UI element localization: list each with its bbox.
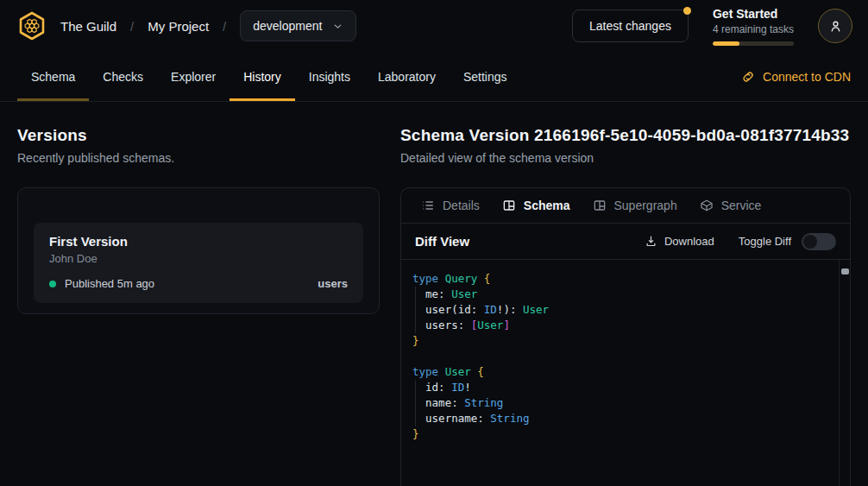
download-label: Download: [664, 235, 714, 248]
breadcrumb-separator: /: [223, 19, 226, 34]
connect-to-cdn-link[interactable]: Connect to CDN: [741, 52, 851, 101]
panels-icon: [593, 199, 607, 212]
version-status-row: Published 5m ago users: [49, 277, 348, 290]
tab-schema[interactable]: Schema: [17, 52, 89, 101]
connect-to-cdn-label: Connect to CDN: [763, 70, 851, 84]
header-right: Latest changes Get Started 4 remaining t…: [572, 7, 852, 46]
panels-icon: [502, 199, 516, 212]
app-root: The Guild / My Project / development Lat…: [0, 0, 868, 486]
tab-insights[interactable]: Insights: [295, 52, 364, 101]
diff-toolbar: Diff View Download T: [401, 224, 850, 260]
tab-supergraph-label: Supergraph: [614, 199, 677, 212]
scrollbar-thumb[interactable]: [841, 268, 849, 275]
breadcrumb: The Guild / My Project / development: [60, 10, 356, 41]
code-block: type Query { me: User user(id: ID!): Use…: [412, 271, 827, 442]
diff-actions: Download Toggle Diff: [645, 233, 836, 250]
tab-explorer[interactable]: Explorer: [157, 52, 230, 101]
version-status: Published 5m ago: [65, 277, 154, 290]
tab-service-label: Service: [721, 199, 762, 212]
tab-schema-view[interactable]: Schema: [491, 188, 582, 223]
tab-details-label: Details: [443, 199, 480, 212]
schema-version-panel: Schema Version 2166196f-5e10-4059-bd0a-0…: [400, 126, 851, 486]
link-icon: [741, 70, 755, 84]
list-icon: [421, 199, 435, 212]
header: The Guild / My Project / development Lat…: [0, 0, 868, 52]
versions-list: First Version John Doe Published 5m ago …: [17, 187, 380, 314]
notification-dot: [683, 7, 691, 15]
tab-settings[interactable]: Settings: [450, 52, 521, 101]
main-nav: Schema Checks Explorer History Insights …: [0, 52, 868, 102]
toggle-diff-label: Toggle Diff: [739, 235, 791, 248]
target-selector-dropdown[interactable]: development: [240, 10, 356, 41]
published-dot-icon: [49, 281, 56, 287]
main-content: Versions Recently published schemas. Fir…: [0, 102, 868, 486]
schema-version-detail-card: Details Schema: [400, 187, 851, 486]
tab-schema-view-label: Schema: [524, 199, 570, 212]
tab-supergraph[interactable]: Supergraph: [582, 188, 689, 223]
progress-fill: [713, 41, 739, 46]
versions-panel: Versions Recently published schemas. Fir…: [17, 126, 380, 486]
breadcrumb-org-link[interactable]: The Guild: [60, 19, 116, 34]
chevron-down-icon: [332, 21, 343, 32]
detail-tabs: Details Schema: [401, 188, 850, 224]
latest-changes-label: Latest changes: [589, 19, 671, 33]
version-list-item[interactable]: First Version John Doe Published 5m ago …: [34, 223, 363, 303]
toggle-diff-control: Toggle Diff: [739, 233, 836, 250]
toggle-knob: [803, 235, 817, 249]
user-icon: [828, 19, 843, 34]
toggle-diff-switch[interactable]: [802, 233, 836, 250]
avatar[interactable]: [818, 9, 852, 43]
get-started-subtitle: 4 remaining tasks: [713, 23, 794, 35]
versions-subtitle: Recently published schemas.: [17, 151, 380, 165]
schema-version-subtitle: Detailed view of the schema version: [400, 151, 851, 165]
version-author: John Doe: [49, 252, 348, 265]
tab-details[interactable]: Details: [410, 188, 491, 223]
tab-laboratory[interactable]: Laboratory: [364, 52, 450, 101]
versions-title: Versions: [17, 126, 380, 145]
schema-version-title: Schema Version 2166196f-5e10-4059-bd0a-0…: [400, 126, 851, 145]
get-started-widget[interactable]: Get Started 4 remaining tasks: [713, 7, 794, 46]
download-icon: [645, 235, 657, 248]
version-service-badge: users: [318, 277, 348, 290]
hive-logo-icon[interactable]: [17, 11, 47, 41]
breadcrumb-project-link[interactable]: My Project: [148, 19, 209, 34]
latest-changes-button[interactable]: Latest changes: [572, 9, 689, 42]
tab-service[interactable]: Service: [689, 188, 773, 223]
schema-code-viewer[interactable]: type Query { me: User user(id: ID!): Use…: [401, 260, 850, 486]
get-started-title: Get Started: [713, 7, 794, 21]
version-name: First Version: [49, 234, 348, 249]
cube-icon: [700, 199, 714, 212]
breadcrumb-separator: /: [130, 19, 134, 34]
diff-view-title: Diff View: [415, 234, 469, 249]
download-button[interactable]: Download: [645, 235, 714, 248]
scrollbar-track[interactable]: [839, 260, 850, 486]
target-selector-value: development: [253, 19, 322, 33]
tab-history[interactable]: History: [230, 52, 295, 101]
get-started-progressbar: [713, 41, 794, 46]
tab-checks[interactable]: Checks: [89, 52, 157, 101]
